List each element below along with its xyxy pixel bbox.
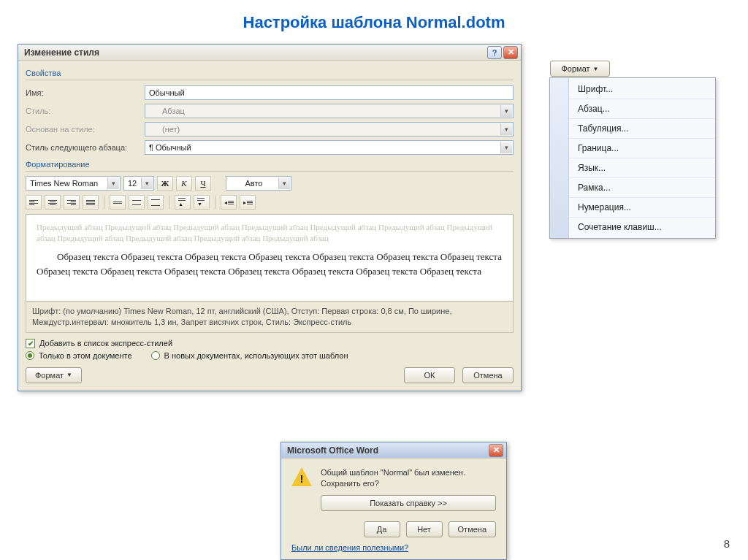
- align-justify-button[interactable]: [83, 195, 99, 210]
- align-left-button[interactable]: [26, 195, 42, 210]
- italic-button[interactable]: К: [176, 176, 192, 191]
- page-number: 8: [724, 537, 730, 550]
- chevron-down-icon[interactable]: ▾: [107, 177, 119, 189]
- menu-item-language[interactable]: Язык...: [569, 158, 715, 178]
- dialog-titlebar: Изменение стиля ? ✕: [18, 45, 521, 61]
- chevron-down-icon[interactable]: ▾: [141, 177, 153, 189]
- based-on-combo: (нет) ▾: [145, 122, 514, 137]
- next-style-label: Стиль следующего абзаца:: [26, 143, 139, 152]
- menu-item-border[interactable]: Граница...: [569, 139, 715, 158]
- spacing-1-button[interactable]: [110, 195, 126, 210]
- font-name-combo[interactable]: Times New Roman ▾: [26, 176, 121, 191]
- align-center-button[interactable]: [45, 195, 61, 210]
- msgbox-cancel-button[interactable]: Отмена: [449, 521, 496, 537]
- radio-this-document-label: Только в этом документе: [39, 351, 132, 360]
- quick-style-checkbox[interactable]: ✔: [26, 339, 35, 348]
- yes-button[interactable]: Да: [364, 521, 400, 537]
- menu-item-tabs[interactable]: Табуляция...: [569, 119, 715, 139]
- font-color-combo[interactable]: Авто ▾: [226, 176, 291, 191]
- chevron-down-icon[interactable]: ▾: [278, 177, 290, 189]
- no-button[interactable]: Нет: [406, 521, 443, 537]
- menu-item-numbering[interactable]: Нумерация...: [569, 198, 715, 218]
- warning-icon: !: [291, 467, 312, 488]
- space-before-inc-button[interactable]: ▲: [175, 195, 191, 210]
- radio-new-documents[interactable]: [151, 351, 160, 360]
- chevron-down-icon: ▾: [500, 123, 512, 135]
- format-menu: Формат ▼ Шрифт... Абзац... Табуляция... …: [549, 77, 716, 239]
- spacing-15-button[interactable]: [129, 195, 145, 210]
- show-help-button[interactable]: Показать справку >>: [321, 495, 496, 511]
- space-before-dec-button[interactable]: ▼: [194, 195, 210, 210]
- style-description: Шрифт: (по умолчанию) Times New Roman, 1…: [26, 302, 514, 333]
- increase-indent-button[interactable]: ▸: [240, 195, 256, 210]
- menu-item-paragraph[interactable]: Абзац...: [569, 99, 715, 119]
- spacing-2-button[interactable]: [148, 195, 164, 210]
- formatting-toolbar: Times New Roman ▾ 12 ▾ Ж К Ч Авто ▾: [26, 176, 514, 191]
- save-template-msgbox: Microsoft Office Word ✕ ! Общий шаблон "…: [280, 442, 507, 560]
- dialog-title: Изменение стиля: [24, 47, 99, 58]
- menu-gutter: [550, 78, 569, 238]
- next-style-combo[interactable]: ¶ Обычный ▾: [145, 140, 514, 155]
- preview-sample-text: Образец текста Образец текста Образец те…: [37, 250, 503, 279]
- style-type-label: Стиль:: [26, 107, 139, 115]
- name-field[interactable]: Обычный: [145, 85, 514, 100]
- bold-button[interactable]: Ж: [157, 176, 173, 191]
- separator: [169, 196, 169, 209]
- chevron-down-icon: ▼: [66, 372, 72, 378]
- quick-style-label: Добавить в список экспресс-стилей: [39, 339, 172, 348]
- radio-this-document[interactable]: [26, 351, 34, 360]
- chevron-down-icon: ▾: [500, 105, 512, 117]
- format-menu-button[interactable]: Формат ▼: [550, 61, 610, 77]
- msgbox-text: Общий шаблон "Normal" был изменен. Сохра…: [321, 467, 496, 489]
- cancel-button[interactable]: Отмена: [462, 367, 514, 383]
- separator: [104, 196, 104, 209]
- modify-style-dialog: Изменение стиля ? ✕ Свойства Имя: Обычны…: [18, 44, 522, 391]
- msgbox-title: Microsoft Office Word: [287, 445, 378, 456]
- font-size-combo[interactable]: 12 ▾: [123, 176, 154, 191]
- close-button[interactable]: ✕: [503, 46, 518, 59]
- decrease-indent-button[interactable]: ◂: [221, 195, 237, 210]
- section-properties: Свойства: [26, 66, 514, 80]
- ok-button[interactable]: ОК: [404, 367, 455, 383]
- underline-button[interactable]: Ч: [195, 176, 211, 191]
- page-title: Настройка шаблона Normal.dotm: [0, 13, 748, 32]
- feedback-link[interactable]: Были ли сведения полезными?: [291, 543, 496, 552]
- msgbox-close-button[interactable]: ✕: [489, 444, 503, 457]
- msgbox-titlebar: Microsoft Office Word ✕: [281, 442, 506, 459]
- align-right-button[interactable]: [64, 195, 80, 210]
- menu-item-font[interactable]: Шрифт...: [569, 80, 715, 99]
- preview-previous-paragraph: Предыдущий абзац Предыдущий абзац Предыд…: [37, 222, 503, 244]
- separator: [215, 196, 215, 209]
- name-label: Имя:: [26, 88, 139, 97]
- radio-new-documents-label: В новых документах, использующих этот ша…: [164, 351, 348, 360]
- chevron-down-icon: ▼: [593, 66, 599, 72]
- section-formatting: Форматирование: [26, 158, 514, 172]
- preview-pane: Предыдущий абзац Предыдущий абзац Предыд…: [26, 214, 514, 302]
- based-on-label: Основан на стиле:: [26, 125, 139, 134]
- chevron-down-icon[interactable]: ▾: [500, 142, 512, 153]
- paragraph-toolbar: ▲ ▼ ◂ ▸: [26, 195, 514, 210]
- menu-item-shortcut[interactable]: Сочетание клавиш...: [569, 218, 715, 237]
- menu-item-frame[interactable]: Рамка...: [569, 178, 715, 198]
- style-type-combo: Абзац ▾: [145, 104, 514, 118]
- format-button[interactable]: Формат ▼: [26, 367, 82, 383]
- help-button[interactable]: ?: [487, 46, 502, 59]
